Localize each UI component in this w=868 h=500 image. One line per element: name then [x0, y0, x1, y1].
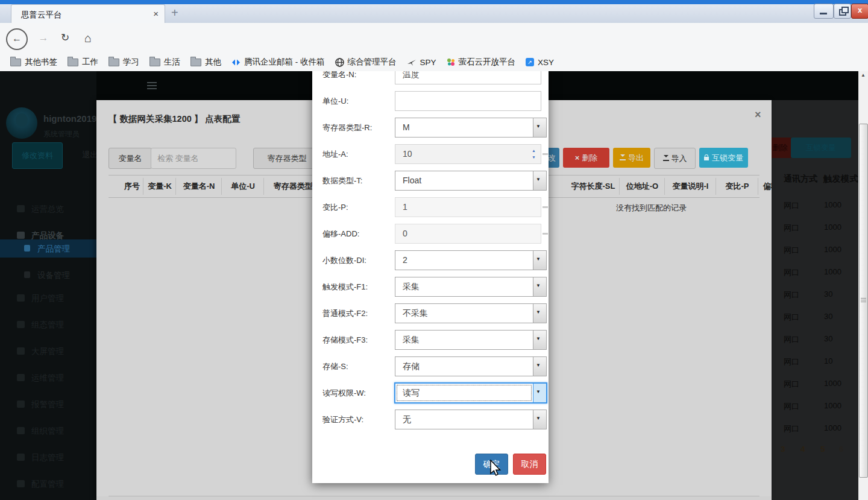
sidebar-item-config[interactable]: 组态管理 — [0, 315, 96, 334]
read-write-permission-select[interactable]: 读写 — [394, 382, 547, 403]
profile-button[interactable]: 修改资料 — [12, 142, 63, 169]
column-header[interactable]: 变比-P — [716, 176, 758, 197]
chevron-down-icon[interactable] — [533, 331, 546, 349]
bookmark-folder[interactable]: 其他 — [190, 57, 221, 68]
column-header[interactable]: 变量说明-I — [665, 176, 716, 197]
sidebar-item-device-mgmt[interactable]: 设备管理 — [0, 266, 96, 284]
table-row[interactable]: 网口30 — [772, 334, 858, 346]
table-row[interactable]: 网口1000 — [772, 200, 858, 212]
table-row[interactable]: 网口30 — [772, 312, 858, 324]
sidebar-item-logs[interactable]: 日志管理 — [0, 448, 96, 466]
column-header[interactable]: 变量名-N — [176, 176, 222, 197]
page-number[interactable]: 5 — [820, 445, 825, 454]
table-row[interactable]: 网口1000 — [772, 401, 858, 413]
device-delete-button[interactable]: 删除 — [772, 138, 792, 158]
table-row[interactable]: 网口10 — [772, 356, 858, 369]
sidebar-item-map[interactable]: 地图管理 — [0, 498, 96, 500]
chevron-down-icon[interactable] — [533, 171, 546, 190]
chevron-down-icon[interactable] — [533, 277, 546, 296]
bookmarks-bar: 其他书签 工作 学习 生活 其他 腾讯企业邮箱 - 收件箱 综合管理平台 SPY… — [0, 53, 868, 72]
chevron-down-icon[interactable] — [533, 357, 546, 376]
interlock-variable-button[interactable]: 互锁变量 — [699, 148, 748, 168]
scrollbar[interactable]: ▲ — [858, 71, 868, 500]
storage-select[interactable]: 存储 — [395, 356, 547, 376]
data-type-select[interactable]: Float — [395, 171, 547, 191]
bookmark-item[interactable]: 综合管理平台 — [335, 57, 397, 68]
table-row[interactable]: 网口1000 — [772, 423, 858, 435]
sidebar-item-ops[interactable]: 运维管理 — [0, 369, 96, 387]
export-button[interactable]: 导出 — [613, 148, 650, 168]
chevron-down-icon[interactable] — [533, 251, 546, 270]
number-spinner[interactable]: ▲▼ — [530, 147, 538, 162]
trigger-mode-select[interactable]: 采集 — [395, 277, 547, 297]
page-number[interactable]: 3 — [781, 445, 785, 454]
column-header[interactable]: 变量-K — [143, 176, 176, 197]
chevron-down-icon[interactable] — [533, 410, 546, 429]
table-row[interactable]: 网口1000 — [772, 267, 858, 279]
verify-mode-select[interactable]: 无 — [395, 410, 547, 429]
sidebar-item-overview[interactable]: 运营总览 — [0, 200, 96, 218]
filter-field-button[interactable]: 变量名 — [108, 148, 152, 169]
unit-input[interactable] — [395, 91, 541, 111]
chevron-down-icon[interactable] — [533, 118, 546, 137]
variable-search-input[interactable]: 检索 变量名 — [151, 148, 236, 169]
sidebar-item-product-mgmt[interactable]: 产品管理 — [0, 239, 96, 258]
column-header[interactable]: 单位-U — [222, 176, 264, 197]
address-input[interactable]: 10 ▲▼ — [395, 144, 541, 164]
page-number[interactable]: 6 — [839, 445, 844, 454]
device-table-panel: 删除 互锁变量 通讯方式 触发模式 网口1000 网口1000 网口1000 网… — [772, 100, 858, 500]
back-button[interactable]: ← — [6, 28, 28, 50]
table-row[interactable]: 网口1000 — [772, 223, 858, 235]
logout-button[interactable]: 退出 — [82, 150, 96, 160]
window-restore-button[interactable] — [834, 4, 851, 19]
x-icon: × — [575, 153, 580, 162]
storage-mode-select[interactable]: 采集 — [395, 330, 547, 350]
register-type-button[interactable]: 寄存器类型 — [253, 148, 321, 169]
avatar[interactable] — [6, 107, 37, 139]
bookmark-folder[interactable]: 学习 — [108, 57, 139, 68]
sidebar-item-screen[interactable]: 大屏管理 — [0, 342, 96, 360]
tab-active[interactable]: 思普云平台 × — [11, 4, 165, 24]
sidebar-item-org[interactable]: 组织管理 — [0, 422, 96, 440]
bookmark-item[interactable]: 萤石云开放平台 — [447, 57, 516, 68]
scroll-up-icon[interactable]: ▲ — [858, 72, 868, 78]
bookmark-item[interactable]: 腾讯企业邮箱 - 收件箱 — [231, 57, 325, 68]
normal-mode-select[interactable]: 不采集 — [395, 303, 547, 323]
window-close-button[interactable]: x — [851, 4, 868, 19]
window-minimize-button[interactable] — [814, 4, 834, 19]
forward-button[interactable]: → — [35, 23, 52, 53]
decimals-select[interactable]: 2 — [395, 250, 547, 270]
bookmark-folder[interactable]: 生活 — [149, 57, 180, 68]
new-tab-button[interactable]: + — [171, 6, 178, 20]
dialog-close-icon[interactable]: × — [755, 109, 761, 121]
scrollbar-thumb[interactable] — [859, 124, 868, 478]
register-type-select[interactable]: M — [395, 118, 547, 138]
column-header[interactable]: 偏移 — [758, 176, 772, 197]
cancel-button[interactable]: 取消 — [513, 454, 546, 475]
chevron-down-icon[interactable] — [533, 304, 546, 323]
variable-name-input[interactable]: 温度 — [395, 71, 541, 84]
sidebar-item-alarm[interactable]: 报警管理 — [0, 395, 96, 413]
tab-close-icon[interactable]: × — [153, 8, 159, 19]
delete-button[interactable]: ×删除 — [563, 148, 609, 168]
sidebar-item-settings[interactable]: 配置管理 — [0, 475, 96, 493]
chevron-down-icon[interactable] — [533, 384, 546, 402]
refresh-button[interactable]: ↻ — [57, 23, 74, 53]
device-interlock-button[interactable]: 互锁变量 — [791, 138, 851, 158]
column-header[interactable]: 位地址-O — [620, 176, 665, 197]
bookmark-folder[interactable]: 工作 — [68, 57, 98, 68]
sidebar-item-users[interactable]: 用户管理 — [0, 289, 96, 307]
home-button[interactable]: ⌂ — [80, 23, 96, 53]
app-menu-icon[interactable] — [147, 82, 157, 89]
bookmark-item[interactable]: ↗XSY — [526, 58, 554, 67]
field-label: 验证方式-V: — [322, 407, 363, 433]
table-row[interactable]: 网口30 — [772, 290, 858, 302]
column-header[interactable]: 字符长度-SL — [567, 176, 620, 197]
column-header[interactable]: 序号 — [121, 176, 143, 197]
page-number[interactable]: 4 — [800, 445, 805, 454]
import-button[interactable]: 导入 — [654, 148, 696, 169]
bookmark-item[interactable]: SPY — [407, 58, 436, 67]
table-row[interactable]: 网口1000 — [772, 379, 858, 391]
bookmark-folder[interactable]: 其他书签 — [10, 57, 57, 68]
table-row[interactable]: 网口1000 — [772, 245, 858, 257]
